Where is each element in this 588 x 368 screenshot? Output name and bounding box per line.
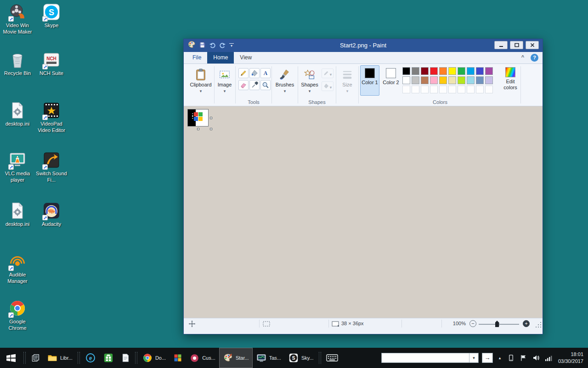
taskbar-button-paint-active[interactable]: Star... xyxy=(219,348,253,368)
taskbar-button-cus[interactable]: Cus... xyxy=(186,348,219,368)
palette-swatch[interactable] xyxy=(402,76,410,84)
desktop-icon-vlc[interactable]: VLC media player xyxy=(0,151,35,184)
palette-empty-slot[interactable] xyxy=(458,86,465,93)
maximize-button[interactable] xyxy=(510,41,523,49)
text-tool[interactable]: A xyxy=(260,68,271,78)
tab-view[interactable]: View xyxy=(234,52,258,63)
zoom-out-button[interactable]: − xyxy=(469,320,476,327)
palette-swatch[interactable] xyxy=(439,67,447,75)
palette-empty-slot[interactable] xyxy=(467,86,475,93)
image-button[interactable]: Image xyxy=(215,64,234,103)
palette-swatch[interactable] xyxy=(430,67,438,75)
taskbar-button-skype[interactable]: S Sky... xyxy=(285,348,317,368)
palette-empty-slot[interactable] xyxy=(476,86,484,93)
tray-network-icon[interactable] xyxy=(544,353,553,362)
tab-home[interactable]: Home xyxy=(207,52,234,63)
taskbar-button-files-app[interactable] xyxy=(27,348,44,368)
tab-file[interactable]: File xyxy=(187,52,207,63)
fill-tool[interactable] xyxy=(249,68,260,78)
palette-swatch[interactable] xyxy=(439,76,447,84)
canvas-resize-handle-bottom[interactable] xyxy=(197,128,199,130)
color-picker-tool[interactable] xyxy=(249,80,260,90)
taskbar-clock[interactable]: 18:01 03/30/2017 xyxy=(558,351,583,365)
canvas-resize-handle-corner[interactable] xyxy=(210,128,212,130)
minimize-ribbon-icon[interactable] xyxy=(519,54,527,62)
palette-swatch[interactable] xyxy=(476,67,484,75)
desktop-icon-switch[interactable]: Switch Sound Fi... xyxy=(34,151,69,184)
brushes-button[interactable]: Brushes xyxy=(272,64,297,103)
start-button[interactable] xyxy=(0,348,22,368)
clipboard-button[interactable]: Clipboard xyxy=(188,64,213,103)
palette-swatch[interactable] xyxy=(476,76,484,84)
palette-swatch[interactable] xyxy=(467,67,475,75)
palette-swatch[interactable] xyxy=(421,76,429,84)
taskbar-button-colored-tiles-app[interactable] xyxy=(170,348,186,368)
desktop-icon-videopad[interactable]: VideoPad Video Editor xyxy=(34,101,69,134)
palette-empty-slot[interactable] xyxy=(402,86,410,93)
palette-empty-slot[interactable] xyxy=(430,86,438,93)
taskbar-button-notes-app[interactable] xyxy=(117,348,134,368)
palette-swatch[interactable] xyxy=(412,76,419,84)
desktop-icon-movie-maker[interactable]: Video Win Movie Maker xyxy=(0,3,35,35)
taskbar-toolbar-handle[interactable] xyxy=(319,352,321,364)
paint-titlebar[interactable]: Start2.png - Paint xyxy=(184,39,543,52)
taskbar-button-chrome[interactable]: Do... xyxy=(139,348,170,368)
taskbar-toolbar-handle[interactable] xyxy=(23,352,26,364)
minimize-button[interactable] xyxy=(494,41,508,49)
palette-empty-slot[interactable] xyxy=(412,86,419,93)
desktop-icon-audacity[interactable]: Audacity xyxy=(34,201,69,228)
edit-colors-button[interactable]: Edit colors xyxy=(500,66,521,95)
taskbar-button-internet-explorer[interactable]: e xyxy=(81,348,100,368)
zoom-slider-thumb[interactable] xyxy=(495,321,499,327)
show-hidden-icons-chevron[interactable] xyxy=(496,356,503,360)
desktop-icon-desktop-ini-1[interactable]: desktop.ini xyxy=(0,101,35,127)
help-icon[interactable] xyxy=(531,54,538,62)
desktop-icon-audible[interactable]: Audible Manager xyxy=(0,252,35,285)
palette-empty-slot[interactable] xyxy=(448,86,456,93)
shape-outline-button[interactable] xyxy=(322,69,334,78)
canvas[interactable] xyxy=(187,109,209,126)
address-input[interactable] xyxy=(382,353,469,362)
palette-swatch[interactable] xyxy=(485,67,493,75)
shapes-button[interactable]: Shapes xyxy=(300,64,320,95)
palette-swatch[interactable] xyxy=(467,76,475,84)
palette-swatch[interactable] xyxy=(458,76,465,84)
tray-device-icon[interactable] xyxy=(507,353,516,362)
taskbar-button-task[interactable]: Tas... xyxy=(253,348,285,368)
touch-keyboard-button[interactable] xyxy=(322,348,342,368)
desktop-icon-nch[interactable]: NCH NCH Suite xyxy=(34,51,69,77)
taskbar-toolbar-handle[interactable] xyxy=(135,352,137,364)
canvas-workspace[interactable] xyxy=(184,106,543,318)
size-button[interactable]: Size xyxy=(337,64,358,103)
address-go-button[interactable] xyxy=(482,353,493,363)
eraser-tool[interactable] xyxy=(238,80,249,90)
zoom-slider-track[interactable] xyxy=(479,324,519,325)
palette-swatch[interactable] xyxy=(402,67,410,75)
palette-swatch[interactable] xyxy=(430,76,438,84)
palette-empty-slot[interactable] xyxy=(485,86,493,93)
address-toolbar[interactable] xyxy=(381,353,479,363)
address-dropdown-icon[interactable] xyxy=(469,353,478,362)
zoom-in-button[interactable]: + xyxy=(523,320,530,327)
palette-swatch[interactable] xyxy=(448,67,456,75)
shape-fill-button[interactable] xyxy=(322,81,334,91)
desktop-icon-chrome[interactable]: Google Chrome xyxy=(0,299,35,332)
tray-action-center-flag-icon[interactable] xyxy=(519,353,528,362)
palette-swatch[interactable] xyxy=(485,76,493,84)
color1-button[interactable]: Color 1 xyxy=(360,65,379,96)
desktop-icon-recycle-bin[interactable]: Recycle Bin xyxy=(0,51,35,77)
taskbar-toolbar-handle[interactable] xyxy=(78,352,80,364)
close-button[interactable] xyxy=(526,41,539,49)
palette-empty-slot[interactable] xyxy=(439,86,447,93)
taskbar-button-libraries[interactable]: Libr... xyxy=(44,348,76,368)
desktop-icon-desktop-ini-2[interactable]: desktop.ini xyxy=(0,201,35,228)
magnifier-tool[interactable] xyxy=(260,80,271,90)
palette-swatch[interactable] xyxy=(412,67,419,75)
resize-grip[interactable] xyxy=(535,322,541,328)
palette-empty-slot[interactable] xyxy=(421,86,429,93)
canvas-resize-handle-right[interactable] xyxy=(210,117,212,119)
color2-button[interactable]: Color 2 xyxy=(381,65,401,96)
pencil-tool[interactable] xyxy=(238,68,249,78)
palette-swatch[interactable] xyxy=(421,67,429,75)
palette-swatch[interactable] xyxy=(448,76,456,84)
